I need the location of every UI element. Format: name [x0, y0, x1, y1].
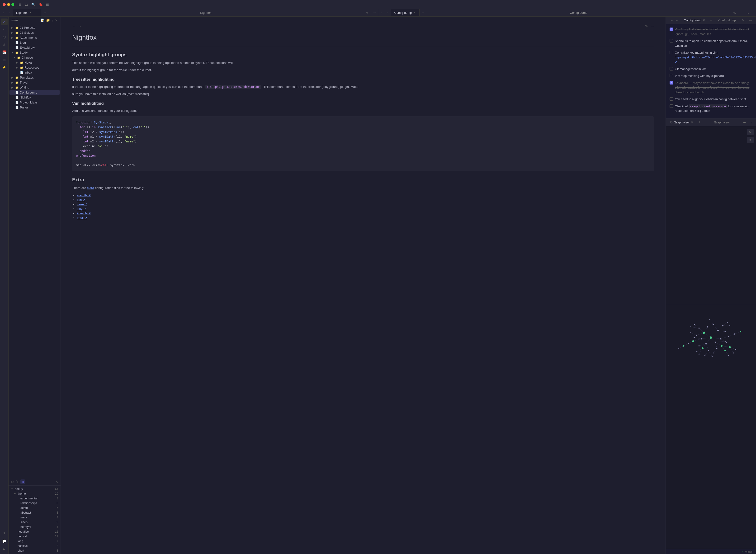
tag-item-positive[interactable]: ▶ positive 3 — [8, 544, 61, 548]
tree-item-excalidraw[interactable]: ▶ 📄 Excalidraw — [9, 45, 60, 50]
check-link-3[interactable]: https://gist.github.com/JSchrtke/cabd3e4… — [675, 56, 756, 64]
graph-panel-tab-close[interactable]: ✕ — [691, 121, 693, 124]
tree-item-notes-sub[interactable]: ▶ 📁 Notes — [9, 60, 60, 65]
tab-add-right[interactable]: + — [420, 11, 426, 15]
editor-nav-back[interactable]: ← — [72, 24, 75, 28]
graph-minimize-icon[interactable]: ⌄ — [749, 121, 754, 124]
config-panel-tab-add[interactable]: + — [708, 18, 714, 22]
link-tmux[interactable]: tmux ↗ — [77, 216, 87, 220]
tag-item-betrayal[interactable]: ▶ betrayal 1 — [8, 524, 61, 529]
sidebar-icon-tag[interactable]: # — [1, 41, 8, 48]
editor-edit-icon[interactable]: ✎ — [645, 24, 648, 28]
checkbox-6[interactable] — [669, 81, 673, 85]
tree-item-projects[interactable]: ▶ 📁 01 Projects — [9, 25, 60, 30]
graph-more-icon[interactable]: ⋯ — [741, 121, 748, 124]
tag-item-meta[interactable]: ▶ meta 3 — [8, 515, 61, 520]
tag-item-death[interactable]: ▶ death 5 — [8, 506, 61, 510]
tab-nightfox-close[interactable]: ✕ — [30, 11, 32, 14]
checkbox-8[interactable] — [669, 104, 673, 108]
tree-item-config-dump[interactable]: ▶ 📄 Config dump — [9, 90, 60, 95]
left-nav-back[interactable]: ← — [2, 11, 5, 14]
sidebar-icon-calendar[interactable]: ⊞ — [1, 56, 8, 63]
tag-item-relationships[interactable]: ▶ relationships 6 — [8, 501, 61, 506]
sidebar-icon-home[interactable]: ⌂ — [1, 18, 8, 25]
folder-icon[interactable]: 🗂 — [25, 3, 28, 6]
config-nav-back[interactable]: ← — [670, 18, 673, 22]
sort-alpha-icon[interactable]: ⇅ — [16, 480, 18, 484]
collapse-all-icon[interactable]: ↕ — [52, 18, 53, 22]
layout-icon[interactable]: ▦ — [46, 3, 49, 6]
sidebar-icon-help[interactable]: ? — [1, 530, 8, 537]
tab-add-left[interactable]: + — [41, 11, 48, 15]
config-panel-tab[interactable]: Config dump ✕ — [682, 17, 707, 24]
checkbox-3[interactable] — [669, 51, 673, 54]
tag-item-negative[interactable]: ▶ negative 11 — [8, 529, 61, 534]
tree-item-tester[interactable]: ▶ 📄 Tester — [9, 105, 60, 110]
sidebar-icon-plugins[interactable]: ⚡ — [1, 64, 8, 71]
checkbox-2[interactable] — [669, 39, 673, 43]
right-nav-fwd[interactable]: → — [386, 11, 389, 14]
graph-settings-btn[interactable]: ⚙ — [747, 129, 754, 135]
tab-config-dump-close[interactable]: ✕ — [414, 11, 416, 14]
grid-icon[interactable]: ⊞ — [18, 3, 21, 6]
bookmark-icon[interactable]: 🔖 — [39, 3, 43, 6]
link-konsole[interactable]: konsole ↗ — [77, 212, 91, 215]
new-folder-icon[interactable]: 📁 — [46, 18, 50, 22]
tag-item-long[interactable]: ▶ long 7 — [8, 539, 61, 544]
sidebar-icon-graph[interactable]: ⬡ — [1, 34, 8, 40]
left-tab-edit[interactable]: ✎ — [363, 11, 371, 15]
tab-config-dump[interactable]: Config dump ✕ — [391, 9, 420, 16]
editor-more-icon[interactable]: ⋯ — [651, 24, 654, 28]
tag-item-experimental[interactable]: ▶ experimental 8 — [8, 496, 61, 501]
minimize-window-button[interactable] — [7, 3, 10, 6]
expand-icon[interactable]: ⌄ — [746, 11, 751, 14]
tree-item-guides[interactable]: ▶ 📁 02 Guides — [9, 30, 60, 35]
doc-extra-link[interactable]: extra — [87, 186, 94, 190]
tag-item-neutral[interactable]: ▶ neutral 11 — [8, 534, 61, 539]
graph-panel-tab-add[interactable]: + — [696, 120, 702, 124]
link-iterm[interactable]: iterm ↗ — [77, 203, 88, 206]
close-tags-icon[interactable]: ✕ — [56, 480, 58, 484]
graph-filter-btn[interactable]: ≡ — [747, 137, 754, 144]
sidebar-icon-daily[interactable]: 📅 — [1, 49, 8, 56]
checkbox-4[interactable] — [669, 67, 673, 70]
sidebar-icon-search[interactable]: ○ — [1, 26, 8, 33]
tree-item-travel[interactable]: ▶ 📁 Travel — [9, 80, 60, 85]
close-sidebar-icon[interactable]: ✕ — [55, 18, 58, 22]
tree-item-project-ideas[interactable]: ▶ 📄 Project ideas — [9, 100, 60, 105]
tab-nightfox[interactable]: Nightfox ✕ — [13, 9, 41, 16]
config-panel-more-icon[interactable]: ⋯ — [747, 18, 754, 22]
tag-item-poetry[interactable]: ▼ poetry 64 — [8, 487, 61, 491]
tree-item-nightfox[interactable]: ▶ 📄 Nightfox — [9, 95, 60, 100]
config-panel-edit-icon[interactable]: ✎ — [740, 18, 746, 22]
config-panel-tab-close[interactable]: ✕ — [703, 19, 705, 22]
link-fish[interactable]: fish ↗ — [77, 198, 85, 202]
sort-count-icon[interactable]: ⊞ — [20, 480, 25, 484]
tree-item-inbox[interactable]: ▶ 📄 Inbox — [9, 70, 60, 75]
minimize-icon[interactable]: ⌃ — [751, 11, 756, 14]
sidebar-icon-community[interactable]: 💬 — [1, 538, 8, 545]
close-window-button[interactable] — [3, 3, 6, 6]
editor-panel[interactable]: ← → ✎ ⋯ Nightfox Syntax highlight groups… — [61, 17, 666, 554]
tree-item-writing[interactable]: ▶ 📁 Writing — [9, 85, 60, 90]
tag-item-abstract[interactable]: ▶ abstract 3 — [8, 510, 61, 515]
left-nav-fwd[interactable]: → — [7, 11, 10, 14]
right-tab-edit[interactable]: ✎ — [731, 11, 739, 15]
fullscreen-window-button[interactable] — [11, 3, 14, 6]
tree-item-chinese[interactable]: ▼ 📁 Chinese — [9, 55, 60, 60]
tag-item-theme[interactable]: ▼ theme 29 — [8, 491, 61, 496]
checkbox-5[interactable] — [669, 74, 673, 77]
graph-panel-tab[interactable]: ⬡ Graph view ✕ — [668, 119, 695, 126]
tree-item-attachments[interactable]: ▶ 📁 Attachments — [9, 35, 60, 40]
right-nav-back[interactable]: ← — [381, 11, 384, 14]
search-icon[interactable]: 🔍 — [31, 3, 35, 6]
checkbox-1[interactable] — [669, 27, 673, 31]
tree-item-resources[interactable]: ▶ 📁 Resources — [9, 65, 60, 70]
tree-item-study[interactable]: ▼ 📁 Study — [9, 50, 60, 55]
tag-item-short[interactable]: ▶ short 3 — [8, 548, 61, 553]
tree-item-templates[interactable]: ▶ 📁 Templates — [9, 75, 60, 80]
config-nav-fwd[interactable]: → — [675, 18, 678, 22]
right-tab-more[interactable]: ⋯ — [739, 11, 746, 15]
tree-item-blog[interactable]: ▶ 📄 Blog — [9, 40, 60, 45]
link-kitty[interactable]: kitty ↗ — [77, 207, 86, 211]
